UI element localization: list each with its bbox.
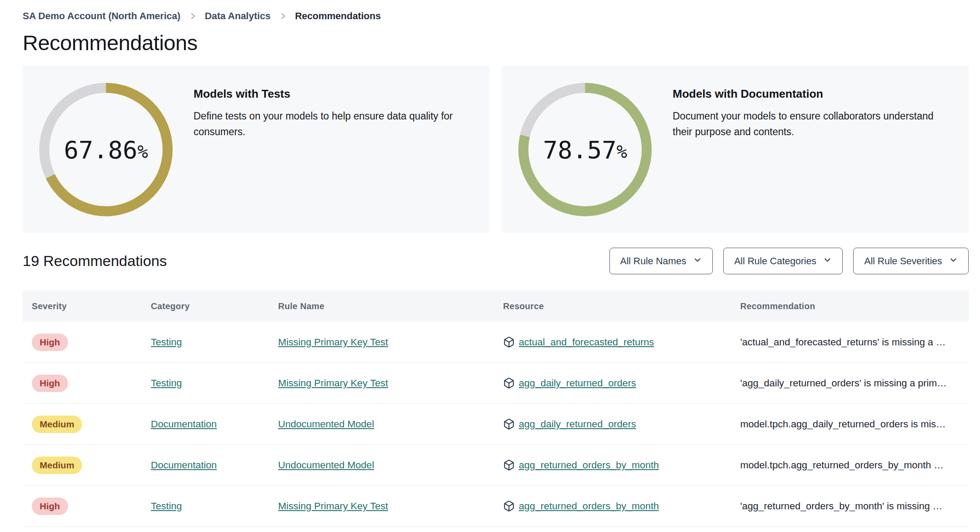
breadcrumb-item-data-analytics[interactable]: Data Analytics <box>205 10 271 22</box>
model-cube-icon <box>503 418 515 430</box>
model-cube-icon <box>503 500 515 512</box>
table-header-row: Severity Category Rule Name Resource Rec… <box>23 290 969 322</box>
card-description: Document your models to ensure collabora… <box>673 109 952 140</box>
rule-name-link[interactable]: Undocumented Model <box>278 460 374 471</box>
models-with-documentation-donut-chart: 78.57% <box>518 83 652 216</box>
filter-bar: All Rule Names All Rule Categories All R… <box>609 248 969 274</box>
models-with-tests-percent: 67.86% <box>39 83 173 216</box>
table-row: Medium Documentation Undocumented Model … <box>23 445 969 486</box>
category-link[interactable]: Testing <box>151 378 182 389</box>
recommendation-text: model.tpch.agg_returned_orders_by_month … <box>740 460 969 471</box>
table-row: High Testing Missing Primary Key Test ac… <box>23 322 969 363</box>
rule-severities-filter-dropdown[interactable]: All Rule Severities <box>853 248 969 274</box>
column-header-rule-name: Rule Name <box>278 301 503 311</box>
breadcrumb-item-recommendations: Recommendations <box>295 10 381 22</box>
chevron-right-icon <box>189 11 196 21</box>
resource-link[interactable]: agg_daily_returned_orders <box>519 419 636 430</box>
resource-link[interactable]: agg_returned_orders_by_month <box>519 460 659 471</box>
model-cube-icon <box>503 459 515 471</box>
recommendation-text: 'actual_and_forecasted_returns' is missi… <box>740 337 969 348</box>
chevron-right-icon <box>279 11 286 21</box>
category-link[interactable]: Documentation <box>151 460 217 471</box>
breadcrumb: SA Demo Account (North America) Data Ana… <box>23 10 969 22</box>
resource-link[interactable]: agg_daily_returned_orders <box>519 378 636 389</box>
column-header-resource: Resource <box>503 301 740 311</box>
recommendation-text: 'agg_returned_orders_by_month' is missin… <box>740 501 969 512</box>
category-link[interactable]: Testing <box>151 501 182 512</box>
models-with-tests-card: 67.86% Models with Tests Define tests on… <box>23 65 490 233</box>
rule-name-link[interactable]: Undocumented Model <box>278 419 374 430</box>
column-header-category: Category <box>151 301 278 311</box>
recommendations-count: 19 Recommendations <box>23 252 167 269</box>
table-row: High Testing Missing Primary Key Test ag… <box>23 363 969 404</box>
resource-link[interactable]: agg_returned_orders_by_month <box>519 501 659 512</box>
chevron-down-icon <box>823 256 832 267</box>
recommendations-table: Severity Category Rule Name Resource Rec… <box>23 290 969 527</box>
rule-categories-filter-dropdown[interactable]: All Rule Categories <box>723 248 843 274</box>
recommendations-page: SA Demo Account (North America) Data Ana… <box>0 0 980 527</box>
rule-name-link[interactable]: Missing Primary Key Test <box>278 501 388 512</box>
card-title: Models with Documentation <box>673 87 952 101</box>
column-header-severity: Severity <box>32 301 151 311</box>
breadcrumb-item-account[interactable]: SA Demo Account (North America) <box>23 10 180 22</box>
card-description: Define tests on your models to help ensu… <box>194 109 473 140</box>
metric-cards: 67.86% Models with Tests Define tests on… <box>23 65 969 233</box>
table-row: High Testing Missing Primary Key Test ag… <box>23 486 969 527</box>
column-header-recommendation: Recommendation <box>740 301 969 311</box>
models-with-documentation-percent: 78.57% <box>518 83 652 216</box>
category-link[interactable]: Documentation <box>151 419 217 430</box>
severity-badge: High <box>32 334 68 351</box>
model-cube-icon <box>503 377 515 389</box>
recommendation-text: model.tpch.agg_daily_returned_orders is … <box>740 419 969 430</box>
rule-names-filter-dropdown[interactable]: All Rule Names <box>609 248 713 274</box>
page-title: Recommendations <box>23 31 969 55</box>
table-row: Medium Documentation Undocumented Model … <box>23 404 969 445</box>
severity-badge: Medium <box>32 416 82 433</box>
chevron-down-icon <box>949 256 958 267</box>
resource-link[interactable]: actual_and_forecasted_returns <box>519 337 654 348</box>
recommendation-text: 'agg_daily_returned_orders' is missing a… <box>740 378 969 389</box>
model-cube-icon <box>503 336 515 348</box>
category-link[interactable]: Testing <box>151 337 182 348</box>
severity-badge: High <box>32 498 68 515</box>
rule-name-link[interactable]: Missing Primary Key Test <box>278 337 388 348</box>
models-with-tests-donut-chart: 67.86% <box>39 83 173 216</box>
chevron-down-icon <box>693 256 702 267</box>
card-title: Models with Tests <box>194 87 473 101</box>
models-with-documentation-card: 78.57% Models with Documentation Documen… <box>502 65 969 233</box>
list-header: 19 Recommendations All Rule Names All Ru… <box>23 248 969 274</box>
rule-name-link[interactable]: Missing Primary Key Test <box>278 378 388 389</box>
severity-badge: Medium <box>32 457 82 474</box>
severity-badge: High <box>32 375 68 392</box>
